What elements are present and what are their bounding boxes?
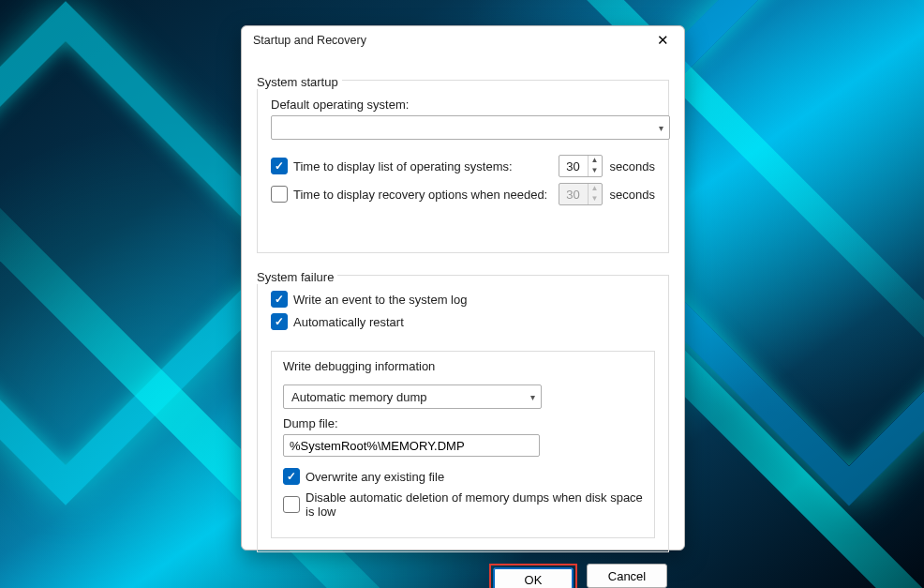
- time-recovery-value: [559, 184, 588, 204]
- dialog-footer: OK Cancel: [242, 552, 684, 588]
- auto-restart-checkbox[interactable]: Automatically restart: [271, 313, 404, 330]
- system-failure-label: System failure: [253, 270, 337, 284]
- write-debug-info-label: Write debugging information: [279, 359, 439, 373]
- dump-file-label: Dump file:: [283, 416, 643, 430]
- disable-auto-delete-label: Disable automatic deletion of memory dum…: [306, 490, 643, 519]
- checkbox-icon: [271, 291, 288, 308]
- system-startup-section: System startup Default operating system:…: [257, 66, 669, 253]
- spinner-up-icon: ▲: [589, 184, 602, 194]
- spinner-down-icon[interactable]: ▼: [589, 166, 602, 176]
- checkbox-icon: [283, 496, 300, 513]
- write-event-label: Write an event to the system log: [293, 293, 467, 307]
- checkbox-icon: [271, 313, 288, 330]
- default-os-label: Default operating system:: [271, 98, 655, 112]
- titlebar: Startup and Recovery ✕: [242, 26, 684, 54]
- time-recovery-unit: seconds: [610, 188, 655, 202]
- default-os-combo[interactable]: ▾: [271, 115, 670, 140]
- time-recovery-checkbox[interactable]: Time to display recovery options when ne…: [271, 186, 547, 203]
- dialog-title: Startup and Recovery: [253, 34, 648, 47]
- close-button[interactable]: ✕: [648, 26, 677, 54]
- ok-button[interactable]: OK: [493, 567, 574, 588]
- debug-info-selected: Automatic memory dump: [291, 390, 427, 404]
- time-recovery-label: Time to display recovery options when ne…: [293, 188, 547, 202]
- overwrite-checkbox[interactable]: Overwrite any existing file: [283, 468, 444, 485]
- overwrite-label: Overwrite any existing file: [306, 470, 444, 484]
- spinner-up-icon[interactable]: ▲: [589, 156, 602, 166]
- system-failure-section: System failure Write an event to the sys…: [257, 261, 669, 552]
- write-event-checkbox[interactable]: Write an event to the system log: [271, 291, 467, 308]
- chevron-down-icon: ▾: [530, 392, 535, 402]
- annotation-highlight: OK: [489, 564, 577, 588]
- time-os-list-checkbox[interactable]: Time to display list of operating system…: [271, 158, 513, 174]
- time-os-list-value[interactable]: [559, 156, 588, 176]
- write-debug-info-group: Write debugging information Automatic me…: [271, 351, 655, 538]
- close-icon: ✕: [657, 32, 669, 49]
- dump-file-input[interactable]: [283, 434, 540, 457]
- debug-info-combo[interactable]: Automatic memory dump ▾: [283, 384, 542, 409]
- cancel-button[interactable]: Cancel: [587, 564, 667, 588]
- disable-auto-delete-checkbox[interactable]: Disable automatic deletion of memory dum…: [283, 490, 643, 519]
- time-recovery-spinner: ▲ ▼: [559, 183, 603, 205]
- time-os-list-unit: seconds: [610, 159, 655, 173]
- checkbox-icon: [271, 186, 288, 203]
- time-os-list-spinner[interactable]: ▲ ▼: [559, 155, 603, 177]
- auto-restart-label: Automatically restart: [293, 315, 404, 329]
- checkbox-icon: [283, 468, 300, 485]
- checkbox-icon: [271, 158, 288, 174]
- chevron-down-icon: ▾: [659, 123, 663, 133]
- system-startup-label: System startup: [253, 75, 342, 89]
- startup-recovery-dialog: Startup and Recovery ✕ System startup De…: [241, 25, 685, 550]
- time-os-list-label: Time to display list of operating system…: [293, 159, 513, 173]
- spinner-down-icon: ▼: [589, 194, 602, 204]
